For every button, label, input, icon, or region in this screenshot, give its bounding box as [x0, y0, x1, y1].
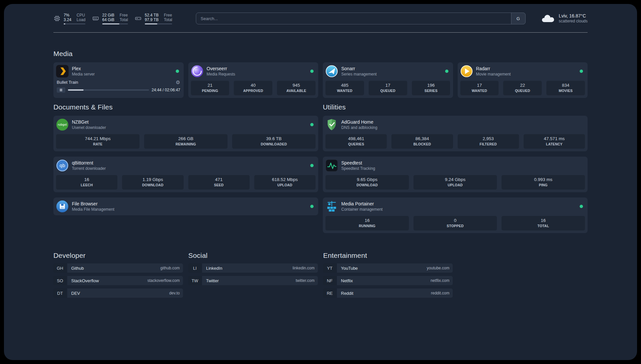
- status-indicator: [310, 164, 314, 167]
- service-description: DNS and adblocking: [341, 125, 377, 130]
- memory-label-2: Total: [120, 17, 128, 22]
- service-link-qbittorrent[interactable]: qb qBittorrent Torrent downloader: [56, 159, 316, 172]
- bookmark-dev[interactable]: DT DEVdev.to: [53, 288, 183, 298]
- plex-now-playing: Bullet Train ⚙ 24:44 / 02:06:47: [56, 80, 181, 93]
- bookmark-group-social: Social LI LinkedInlinkedin.com TW Twitte…: [188, 252, 318, 301]
- service-link-sonarr[interactable]: Sonarr Series management: [325, 65, 450, 77]
- dashboard-panel: 7% CPU 3.24 Load 22 GiB Free 64 GiB Tota…: [4, 4, 637, 360]
- service-card-speedtest: Speedtest Speedtest Tracking 9.65 GbpsDO…: [323, 157, 588, 192]
- filebrowser-icon: [56, 200, 69, 213]
- bookmark-github[interactable]: GH Githubgithub.com: [53, 263, 183, 273]
- sonarr-icon: [325, 65, 338, 77]
- search-input[interactable]: [196, 13, 526, 24]
- service-stats: 744.21 MbpsRATE 266 GBREMAINING 39.6 TBD…: [56, 134, 316, 149]
- status-indicator: [310, 123, 314, 126]
- memory-value-2: 64 GiB: [102, 17, 114, 22]
- bookmark-stackoverflow[interactable]: SO StackOverflowstackoverflow.com: [53, 276, 183, 285]
- service-name: Media Portainer: [341, 201, 382, 207]
- bookmark-url: dev.to: [169, 291, 180, 295]
- service-card-plex: Plex Media server Bullet Train ⚙ 24:44 /…: [53, 62, 184, 98]
- status-indicator: [176, 70, 179, 73]
- section-title-entertainment: Entertainment: [323, 252, 453, 259]
- service-link-plex[interactable]: Plex Media server: [56, 65, 181, 77]
- topbar: 7% CPU 3.24 Load 22 GiB Free 64 GiB Tota…: [53, 13, 588, 24]
- documents-column: Documents & Files nzbget NZBGet Usenet d…: [53, 103, 318, 233]
- service-name: qBittorrent: [72, 160, 106, 166]
- service-description: Torrent downloader: [72, 166, 106, 171]
- disk-value-1: 52.4 TB: [145, 13, 159, 17]
- overseerr-icon: [191, 65, 203, 77]
- header-divider: [53, 32, 588, 33]
- playback-progress-bar[interactable]: [68, 89, 149, 91]
- disk-icon: [135, 15, 142, 22]
- service-link-speedtest[interactable]: Speedtest Speedtest Tracking: [325, 159, 585, 172]
- service-stats: 498,461QUERIES 86,384BLOCKED 2,953FILTER…: [325, 134, 585, 149]
- service-card-adguard: AdGuard Home DNS and adblocking 498,461Q…: [323, 116, 588, 151]
- stat-tile: 17WANTED: [460, 81, 499, 95]
- service-description: Media server: [72, 72, 95, 77]
- bookmark-url: github.com: [160, 266, 180, 270]
- service-name: Sonarr: [341, 66, 377, 72]
- service-link-filebrowser[interactable]: File Browser Media File Management: [56, 200, 316, 213]
- bookmark-url: twitter.com: [296, 278, 315, 283]
- service-stats: 16LEECH 1.19 GbpsDOWNLOAD 471SEED 618.52…: [56, 175, 316, 190]
- cpu-icon: [53, 15, 61, 22]
- stat-tile: 945AVAILABLE: [277, 81, 316, 95]
- stat-tile: 9.65 GbpsDOWNLOAD: [325, 175, 409, 190]
- service-card-nzbget: nzbget NZBGet Usenet downloader 744.21 M…: [53, 116, 318, 151]
- radarr-icon: [460, 65, 473, 77]
- bookmark-name: LinkedIn: [206, 266, 222, 271]
- bookmark-netflix[interactable]: NF Netflixnetflix.com: [323, 276, 453, 285]
- search-provider-button[interactable]: G: [511, 13, 526, 24]
- bookmark-url: reddit.com: [431, 291, 449, 295]
- service-card-filebrowser: File Browser Media File Management: [53, 197, 318, 215]
- service-card-qbittorrent: qb qBittorrent Torrent downloader 16LEEC…: [53, 157, 318, 192]
- bookmark-linkedin[interactable]: LI LinkedInlinkedin.com: [188, 263, 318, 273]
- gear-icon[interactable]: ⚙: [176, 80, 180, 85]
- cpu-label-2: Load: [76, 17, 85, 22]
- service-description: Speedtest Tracking: [341, 166, 375, 171]
- playback-time: 24:44 / 02:06:47: [152, 88, 180, 92]
- service-link-portainer[interactable]: Media Portainer Container management: [325, 200, 585, 213]
- bookmark-name: Twitter: [206, 278, 219, 283]
- bookmark-name: Reddit: [341, 291, 353, 296]
- service-link-radarr[interactable]: Radarr Movie management: [460, 65, 585, 77]
- status-indicator: [445, 70, 448, 73]
- cpu-progress-bar: [64, 23, 85, 24]
- section-title-social: Social: [188, 252, 318, 259]
- service-description: Usenet downloader: [72, 125, 106, 130]
- service-name: Speedtest: [341, 160, 375, 166]
- stat-tile: 744.21 MbpsRATE: [56, 134, 139, 149]
- service-name: Overseerr: [207, 66, 235, 72]
- stat-tile: 0STOPPED: [413, 216, 497, 230]
- service-link-overseerr[interactable]: Overseerr Media Requests: [191, 65, 316, 77]
- service-stats: 9.65 GbpsDOWNLOAD 9.24 GbpsUPLOAD 0.993 …: [325, 175, 585, 190]
- bookmark-reddit[interactable]: RE Redditreddit.com: [323, 288, 453, 298]
- service-link-adguard[interactable]: AdGuard Home DNS and adblocking: [325, 118, 585, 131]
- cpu-label-1: CPU: [76, 13, 85, 17]
- nzbget-icon: nzbget: [56, 118, 69, 131]
- stat-tile: 1.19 GbpsDOWNLOAD: [122, 175, 183, 190]
- service-link-nzbget[interactable]: nzbget NZBGet Usenet downloader: [56, 118, 316, 131]
- bookmark-name: StackOverflow: [71, 278, 99, 283]
- service-description: Media File Management: [72, 207, 114, 212]
- stat-tile: 16RUNNING: [325, 216, 409, 230]
- service-name: File Browser: [72, 201, 114, 207]
- status-indicator: [310, 205, 314, 208]
- pause-button[interactable]: [57, 87, 65, 93]
- bookmark-abbr: TW: [188, 276, 201, 285]
- cpu-value-2: 3.24: [64, 17, 71, 22]
- stat-tile: 16TOTAL: [502, 216, 585, 230]
- speedtest-icon: [325, 159, 338, 172]
- stat-tile: 498,461QUERIES: [325, 134, 387, 149]
- now-playing-title: Bullet Train: [57, 80, 78, 85]
- bookmark-url: stackoverflow.com: [147, 278, 180, 283]
- search-bar: G: [196, 13, 526, 24]
- desktop-background: 7% CPU 3.24 Load 22 GiB Free 64 GiB Tota…: [0, 0, 641, 364]
- bookmark-youtube[interactable]: YT YouTubeyoutube.com: [323, 263, 453, 273]
- bookmark-twitter[interactable]: TW Twittertwitter.com: [188, 276, 318, 285]
- bookmark-abbr: YT: [323, 263, 336, 273]
- bookmark-url: youtube.com: [427, 266, 449, 270]
- bookmark-name: YouTube: [341, 266, 358, 271]
- weather-condition: scattered clouds: [559, 19, 588, 24]
